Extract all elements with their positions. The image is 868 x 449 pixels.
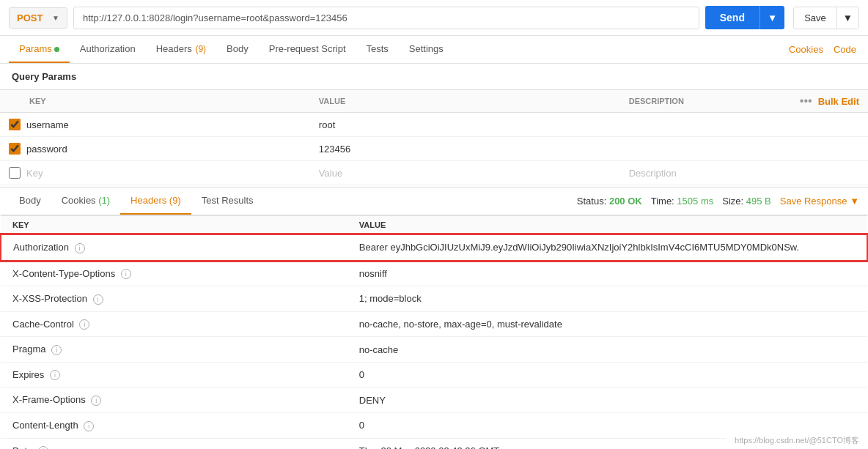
resp-row-xcto: X-Content-Type-Options i nosniff [1, 261, 867, 286]
auth-info-icon[interactable]: i [75, 243, 85, 253]
xcto-info-icon[interactable]: i [121, 269, 131, 279]
row2-checkbox[interactable] [9, 143, 21, 155]
xxss-value: 1; mode=block [347, 286, 867, 312]
resp-value-header: VALUE [347, 216, 867, 235]
method-label: POST [17, 12, 43, 23]
status-info: Status: 200 OK Time: 1505 ms Size: 495 B… [577, 196, 859, 207]
expires-value: 0 [347, 362, 867, 387]
url-input[interactable] [73, 7, 699, 29]
expires-info-icon[interactable]: i [50, 370, 60, 380]
params-dot [54, 47, 59, 52]
method-chevron-icon: ▼ [52, 14, 59, 22]
resp-row-expires: Expires i 0 [1, 362, 867, 387]
xframe-info-icon[interactable]: i [91, 396, 101, 406]
xxss-info-icon[interactable]: i [93, 294, 103, 305]
xxss-key: X-XSS-Protection [12, 293, 87, 304]
resp-key-header: KEY [1, 216, 347, 235]
row2-value: 123456 [310, 137, 620, 161]
content-length-key: Content-Length [12, 420, 78, 431]
row1-value: root [310, 113, 620, 137]
auth-value: Bearer eyJhbGciOiJIUzUxMiJ9.eyJzdWIiOiJy… [359, 242, 799, 253]
table-row: username root [0, 113, 868, 137]
request-tabs: Params Authorization Headers (9) Body Pr… [0, 36, 868, 64]
bulk-edit-button[interactable]: Bulk Edit [818, 96, 859, 107]
row1-key: username [26, 119, 69, 130]
xframe-value: DENY [347, 387, 867, 413]
size-value: 495 B [746, 196, 771, 207]
send-arrow-button[interactable]: ▼ [760, 6, 784, 29]
row1-checkbox[interactable] [9, 119, 21, 130]
pragma-info-icon[interactable]: i [51, 345, 62, 355]
pragma-value: no-cache [347, 337, 867, 363]
row3-checkbox[interactable] [9, 167, 21, 179]
resp-row-cache: Cache-Control i no-cache, no-store, max-… [1, 311, 867, 337]
resp-row-pragma: Pragma i no-cache [1, 337, 867, 363]
size-label: Size: 495 B [722, 196, 771, 207]
resp-tab-test-results[interactable]: Test Results [191, 188, 264, 215]
cookies-link[interactable]: Cookies [786, 37, 826, 62]
resp-row-xframe: X-Frame-Options i DENY [1, 387, 867, 413]
row3-desc-placeholder: Description [629, 168, 677, 179]
tab-authorization[interactable]: Authorization [70, 36, 146, 63]
save-button-group: Save ▼ [793, 7, 859, 29]
resp-row-xxss: X-XSS-Protection i 1; mode=block [1, 286, 867, 312]
response-headers-table: KEY VALUE Authorization i Bearer eyJhbGc… [0, 215, 868, 449]
date-key: Date [12, 445, 32, 450]
auth-key: Authorization [13, 242, 69, 253]
row1-desc [620, 113, 868, 137]
xcto-value: nosniff [347, 261, 867, 286]
response-tabs: Body Cookies (1) Headers (9) Test Result… [0, 187, 868, 215]
params-value-header: VALUE [310, 90, 620, 113]
table-row-empty: Key Value Description [0, 161, 868, 185]
expires-key: Expires [12, 369, 44, 380]
cache-value: no-cache, no-store, max-age=0, must-reva… [347, 311, 867, 337]
status-value: 200 OK [609, 196, 642, 207]
pragma-key: Pragma [12, 344, 46, 355]
top-right-tabs: Cookies Code [786, 37, 859, 62]
cache-info-icon[interactable]: i [79, 319, 89, 330]
top-bar: POST ▼ Send ▼ Save ▼ [0, 0, 868, 36]
tab-headers-req[interactable]: Headers (9) [146, 36, 216, 63]
footer-text: https://blog.csdn.net/@51CTO博客 [735, 436, 859, 445]
status-label: Status: 200 OK [577, 196, 642, 207]
send-button[interactable]: Send [705, 6, 760, 29]
resp-row-authorization: Authorization i Bearer eyJhbGciOiJIUzUxM… [1, 234, 867, 261]
date-info-icon[interactable]: i [38, 446, 48, 449]
time-value: 1505 ms [677, 196, 713, 207]
params-table: KEY VALUE DESCRIPTION ••• Bulk Edit user… [0, 89, 868, 185]
content-length-info-icon[interactable]: i [84, 421, 94, 431]
query-params-title: Query Params [0, 64, 868, 89]
resp-tab-headers[interactable]: Headers (9) [120, 188, 191, 215]
xframe-key: X-Frame-Options [12, 394, 86, 405]
cache-key: Cache-Control [12, 319, 74, 330]
row2-desc [620, 137, 868, 161]
method-select[interactable]: POST ▼ [9, 7, 67, 29]
tab-prerequest[interactable]: Pre-request Script [259, 36, 356, 63]
params-key-header: KEY [0, 90, 310, 113]
row3-key-placeholder: Key [26, 168, 43, 179]
row3-value-placeholder: Value [319, 168, 342, 179]
code-link[interactable]: Code [831, 37, 859, 62]
time-label: Time: 1505 ms [651, 196, 714, 207]
tab-tests[interactable]: Tests [356, 36, 399, 63]
resp-tab-body[interactable]: Body [9, 188, 51, 215]
save-arrow-button[interactable]: ▼ [836, 7, 858, 29]
more-options-button[interactable]: ••• [800, 94, 812, 108]
send-button-group: Send ▼ [705, 6, 784, 29]
row2-key: password [26, 144, 67, 155]
tab-settings[interactable]: Settings [399, 36, 454, 63]
save-button[interactable]: Save [794, 7, 836, 29]
tab-body[interactable]: Body [216, 36, 259, 63]
params-desc-header: DESCRIPTION ••• Bulk Edit [620, 90, 868, 113]
save-response-button[interactable]: Save Response ▼ [780, 196, 859, 207]
resp-tab-cookies[interactable]: Cookies (1) [51, 188, 120, 215]
xcto-key: X-Content-Type-Options [12, 268, 115, 279]
footer: https://blog.csdn.net/@51CTO博客 [726, 432, 868, 449]
table-row: password 123456 [0, 137, 868, 161]
tab-params[interactable]: Params [9, 36, 70, 63]
